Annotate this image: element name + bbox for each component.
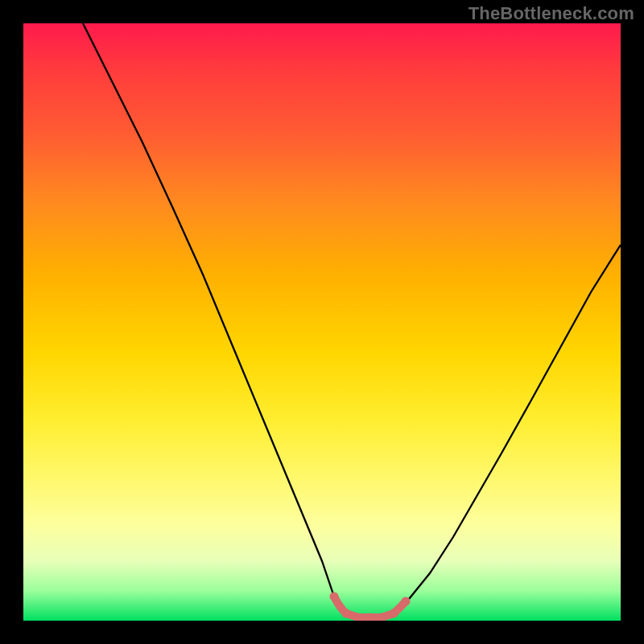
svg-point-2 bbox=[358, 617, 359, 618]
bottleneck-curve bbox=[83, 23, 621, 621]
svg-point-1 bbox=[346, 613, 347, 614]
svg-point-6 bbox=[406, 601, 407, 602]
svg-point-3 bbox=[369, 617, 370, 618]
match-zone-marker bbox=[334, 597, 407, 618]
svg-point-0 bbox=[334, 597, 335, 597]
chart-svg bbox=[23, 23, 621, 621]
chart-frame: TheBottleneck.com bbox=[0, 0, 644, 644]
watermark-text: TheBottleneck.com bbox=[469, 3, 634, 24]
svg-point-5 bbox=[394, 613, 394, 614]
chart-plot-area bbox=[23, 23, 621, 621]
svg-point-4 bbox=[382, 617, 382, 618]
